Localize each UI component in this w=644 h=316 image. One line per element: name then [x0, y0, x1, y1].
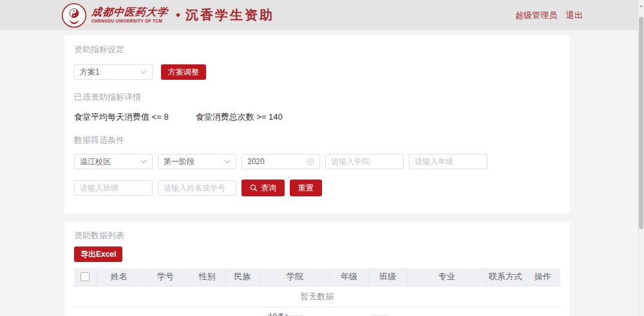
table-header-row: 姓名 学号 性别 民族 学院 年级 班级 专业 联系方式 操作 — [74, 268, 560, 286]
college-input[interactable] — [331, 157, 398, 166]
section-title-selected-indicators: 已选资助指标详情 — [74, 91, 560, 103]
search-button[interactable]: 查询 — [242, 180, 285, 196]
indicator-filter-card: 资助指标设定 方案1 方案调整 已选资助指标详情 食堂平均每天消费值 <= 8 … — [64, 35, 570, 214]
plan-select-value: 方案1 — [80, 67, 100, 78]
plan-adjust-button[interactable]: 方案调整 — [161, 64, 206, 80]
indicator-item: 食堂平均每天消费值 <= 8 — [74, 111, 169, 123]
stage-select[interactable]: 第一阶段 — [158, 154, 236, 169]
column-header-name: 姓名 — [97, 268, 142, 286]
export-excel-button[interactable]: 导出Excel — [74, 246, 122, 262]
section-title-indicator-setting: 资助指标设定 — [74, 44, 560, 55]
name-input[interactable] — [164, 183, 231, 192]
data-list-card: 资助数据列表 导出Excel 姓名 学号 性别 民族 学院 年级 班级 — [64, 221, 570, 316]
chevron-down-icon — [224, 160, 231, 163]
logo-group: 成都中医药大学 CHENGDU UNIVERSITY OF TCM • 沉香学生… — [61, 3, 274, 28]
app-header: 成都中医药大学 CHENGDU UNIVERSITY OF TCM • 沉香学生… — [0, 0, 644, 30]
year-input-wrap — [242, 154, 320, 169]
logout-link[interactable]: 退出 — [566, 10, 583, 21]
select-all-checkbox[interactable] — [80, 272, 90, 281]
app-title: 沉香学生资助 — [185, 6, 274, 24]
university-name-block: 成都中医药大学 CHENGDU UNIVERSITY OF TCM — [91, 7, 168, 24]
column-header-ethnicity: 民族 — [225, 268, 260, 286]
column-header-college: 学院 — [260, 268, 330, 286]
aid-data-table: 姓名 学号 性别 民族 学院 年级 班级 专业 联系方式 操作 暂无数据 — [74, 268, 560, 308]
column-header-gender: 性别 — [189, 268, 225, 286]
column-header-student-id: 学号 — [142, 268, 189, 286]
university-name-cn: 成都中医药大学 — [91, 7, 169, 17]
column-header-major: 专业 — [407, 268, 486, 286]
grade-input-wrap — [409, 154, 488, 169]
year-input[interactable] — [247, 157, 304, 166]
clear-input-icon[interactable] — [307, 158, 314, 165]
select-all-cell — [74, 268, 97, 286]
class-input-wrap — [74, 180, 153, 196]
chevron-down-icon — [140, 160, 147, 163]
selected-indicator-list: 食堂平均每天消费值 <= 8 食堂消费总次数 >= 140 — [74, 111, 560, 123]
campus-select-value: 温江校区 — [80, 156, 111, 167]
chevron-down-icon — [140, 70, 147, 74]
column-header-class: 班级 — [368, 268, 407, 286]
empty-row: 暂无数据 — [74, 286, 560, 307]
vertical-scrollbar[interactable]: ▲ — [638, 0, 644, 316]
search-icon — [250, 184, 258, 192]
column-header-actions: 操作 — [525, 268, 560, 286]
section-title-data-list: 资助数据列表 — [74, 230, 560, 241]
title-separator-dot: • — [176, 8, 180, 23]
university-seal-icon — [61, 3, 87, 28]
class-input[interactable] — [80, 183, 147, 192]
plan-select[interactable]: 方案1 — [74, 64, 153, 80]
stage-select-value: 第一阶段 — [164, 156, 194, 167]
indicator-item: 食堂消费总次数 >= 140 — [196, 111, 283, 123]
name-input-wrap — [158, 180, 236, 196]
header-user-area: 超级管理员 退出 — [515, 10, 583, 21]
grade-input[interactable] — [415, 157, 482, 166]
college-input-wrap — [325, 154, 404, 169]
empty-data-text: 暂无数据 — [74, 286, 560, 307]
section-title-filters: 数据筛选条件 — [74, 135, 560, 146]
university-name-en: CHENGDU UNIVERSITY OF TCM — [91, 19, 168, 24]
campus-select[interactable]: 温江校区 — [74, 154, 153, 169]
user-role-link[interactable]: 超级管理员 — [515, 10, 557, 21]
main-content: 资助指标设定 方案1 方案调整 已选资助指标详情 食堂平均每天消费值 <= 8 … — [0, 35, 644, 316]
reset-button[interactable]: 重置 — [290, 180, 322, 196]
column-header-contact: 联系方式 — [486, 268, 525, 286]
scroll-up-icon[interactable]: ▲ — [638, 0, 644, 8]
scrollbar-thumb[interactable] — [639, 17, 643, 229]
column-header-grade: 年级 — [330, 268, 368, 286]
page-size-value: 10条/页 — [269, 311, 294, 316]
search-button-label: 查询 — [261, 183, 276, 194]
